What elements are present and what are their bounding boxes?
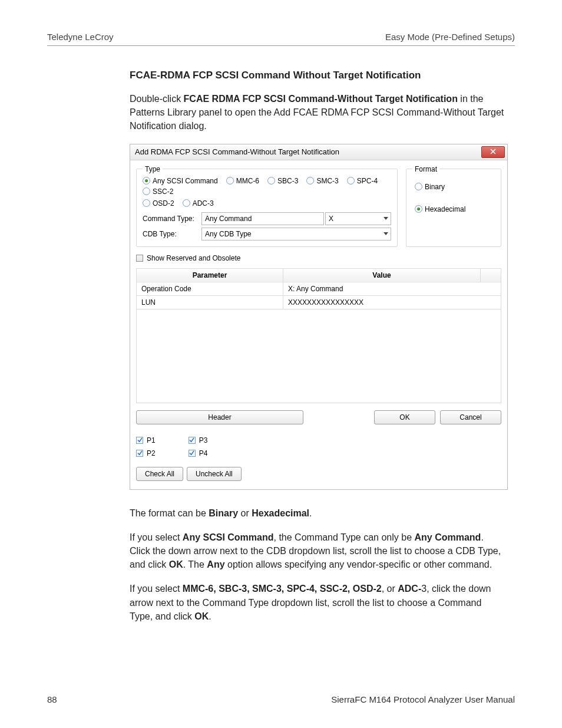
checkbox-icon xyxy=(189,450,196,457)
uncheck-all-button[interactable]: Uncheck All xyxy=(187,467,242,481)
close-button[interactable] xyxy=(481,146,505,158)
port-checkbox-p1[interactable]: P1 xyxy=(136,436,156,444)
text-bold: OK xyxy=(169,559,183,569)
radio-label: SPC-4 xyxy=(357,177,378,185)
text-bold: Any xyxy=(207,559,224,569)
radio-icon xyxy=(415,205,422,213)
radio-smc-3[interactable]: SMC-3 xyxy=(306,177,338,185)
col-parameter: Parameter xyxy=(137,268,283,282)
text-bold: Binary xyxy=(209,508,238,518)
port-checkbox-p4[interactable]: P4 xyxy=(189,449,208,457)
text-bold: Any Command xyxy=(414,532,481,542)
check-all-button[interactable]: Check All xyxy=(136,467,183,481)
text-bold: Hexadecimal xyxy=(252,508,309,518)
show-reserved-checkbox[interactable]: Show Reserved and Obsolete xyxy=(136,254,240,262)
close-icon xyxy=(490,147,496,156)
button-label: OK xyxy=(399,413,409,421)
row-cdb-type: CDB Type: Any CDB Type xyxy=(143,228,391,241)
radio-label: Binary xyxy=(425,183,445,191)
text: . xyxy=(309,508,312,518)
port-label: P2 xyxy=(147,449,156,457)
ports-row: P1P2P3P4 xyxy=(136,436,501,457)
radio-label: SBC-3 xyxy=(277,177,298,185)
command-type-input[interactable]: Any Command xyxy=(201,212,324,225)
port-label: P3 xyxy=(199,436,208,444)
radio-sbc-3[interactable]: SBC-3 xyxy=(267,177,298,185)
checkbox-icon xyxy=(189,437,196,444)
command-type-code-combo[interactable]: X xyxy=(325,212,391,225)
radio-hexadecimal[interactable]: Hexadecimal xyxy=(415,205,492,213)
checkbox-icon xyxy=(136,450,143,457)
text-bold: OK xyxy=(194,611,209,621)
radio-any-scsi-command[interactable]: Any SCSI Command xyxy=(143,177,218,185)
text: , the Command Type can only be xyxy=(274,532,415,542)
radio-mmc-6[interactable]: MMC-6 xyxy=(226,177,259,185)
page-footer: 88 SierraFC M164 Protocol Analyzer User … xyxy=(47,694,515,704)
radio-icon xyxy=(183,199,190,207)
text: , or xyxy=(382,584,398,594)
port-label: P1 xyxy=(147,436,156,444)
radio-label: SMC-3 xyxy=(316,177,338,185)
paragraph-any-scsi: If you select Any SCSI Command, the Comm… xyxy=(130,531,505,572)
text: . The xyxy=(183,559,207,569)
chevron-down-icon xyxy=(381,213,391,225)
cdb-type-value: Any CDB Type xyxy=(202,230,381,238)
radio-label: MMC-6 xyxy=(236,177,259,185)
command-type-value: Any Command xyxy=(202,215,323,223)
dialog: Add RDMA FCP SCSI Command-Without Target… xyxy=(130,144,508,490)
manual-title: SierraFC M164 Protocol Analyzer User Man… xyxy=(331,694,515,704)
table-row[interactable]: Operation CodeX: Any Command xyxy=(137,282,501,295)
cancel-button[interactable]: Cancel xyxy=(440,410,501,424)
format-fieldset: Format BinaryHexadecimal xyxy=(406,165,501,247)
text: Double-click xyxy=(130,94,184,104)
page-number: 88 xyxy=(47,694,57,704)
label-command-type: Command Type: xyxy=(143,215,197,223)
radio-binary[interactable]: Binary xyxy=(415,183,492,191)
text: If you select xyxy=(130,532,183,542)
cell-value: X: Any Command xyxy=(283,282,501,295)
format-legend: Format xyxy=(412,165,439,173)
text: The format can be xyxy=(130,508,209,518)
radio-adc-3[interactable]: ADC-3 xyxy=(183,199,214,207)
text: If you select xyxy=(130,584,183,594)
text: or xyxy=(238,508,252,518)
page-header: Teledyne LeCroy Easy Mode (Pre-Defined S… xyxy=(47,32,515,46)
cell-value: XXXXXXXXXXXXXXXX xyxy=(283,295,501,309)
header-button[interactable]: Header xyxy=(136,410,303,424)
text: . xyxy=(209,611,211,621)
radio-label: Any SCSI Command xyxy=(153,177,218,185)
radio-spc-4[interactable]: SPC-4 xyxy=(347,177,378,185)
format-options: BinaryHexadecimal xyxy=(412,177,495,216)
port-checkbox-p2[interactable]: P2 xyxy=(136,449,156,457)
row-command-type: Command Type: Any Command X xyxy=(143,212,391,225)
type-legend: Type xyxy=(143,165,163,173)
text-bold: MMC-6, SBC-3, SMC-3, SPC-4, SSC-2, OSD-2 xyxy=(183,584,382,594)
port-label: P4 xyxy=(199,449,208,457)
ok-button[interactable]: OK xyxy=(374,410,435,424)
type-radio-row2: OSD-2ADC-3 xyxy=(143,199,391,207)
command-type-code: X xyxy=(326,215,381,223)
table-row[interactable]: LUNXXXXXXXXXXXXXXXX xyxy=(137,295,501,309)
cdb-type-combo[interactable]: Any CDB Type xyxy=(201,228,391,241)
checkbox-icon xyxy=(136,255,143,262)
radio-icon xyxy=(267,177,275,185)
parameter-table: Parameter Value Operation CodeX: Any Com… xyxy=(136,268,501,309)
table-empty-area xyxy=(136,309,501,403)
radio-osd-2[interactable]: OSD-2 xyxy=(143,199,174,207)
radio-ssc-2[interactable]: SSC-2 xyxy=(143,187,173,196)
header-left: Teledyne LeCroy xyxy=(47,32,114,42)
radio-icon xyxy=(226,177,234,185)
dialog-titlebar: Add RDMA FCP SCSI Command-Without Target… xyxy=(130,144,507,160)
radio-icon xyxy=(143,177,150,185)
dialog-title-text: Add RDMA FCP SCSI Command-Without Target… xyxy=(135,147,339,156)
paragraph-format: The format can be Binary or Hexadecimal. xyxy=(130,506,505,520)
port-checkbox-p3[interactable]: P3 xyxy=(189,436,208,444)
text-bold: FCAE RDMA FCP SCSI Command-Without Targe… xyxy=(184,94,458,104)
radio-label: SSC-2 xyxy=(153,187,173,196)
text: option allows specifying any vendor-spec… xyxy=(225,559,492,569)
label-cdb-type: CDB Type: xyxy=(143,230,197,238)
show-reserved-label: Show Reserved and Obsolete xyxy=(147,254,240,262)
text: 3 xyxy=(421,584,427,594)
col-value: Value xyxy=(283,268,481,282)
radio-icon xyxy=(306,177,314,185)
